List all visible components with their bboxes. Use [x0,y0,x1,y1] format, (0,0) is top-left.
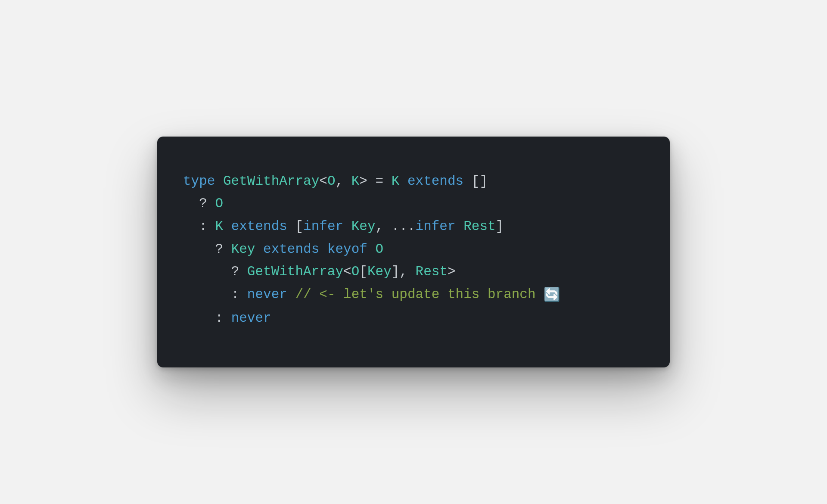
code-token: extends [407,174,463,189]
code-token [255,242,263,257]
code-token: Key [231,242,255,257]
code-token: keyof [327,242,367,257]
code-line: : never // <- let's update this branch 🔄 [183,287,560,302]
code-line: : never [183,311,271,326]
code-snippet-card: type GetWithArray<O, K> = K extends [] ?… [157,137,670,368]
code-token: ? [215,242,231,257]
code-token: [] [463,174,488,189]
code-token: // <- let's update this branch [295,287,544,302]
code-token: GetWithArray [247,264,343,279]
code-token: infer [416,219,456,234]
code-token: ] [496,219,504,234]
code-token: > [448,264,456,279]
code-token: O [351,264,360,279]
code-line: : K extends [infer Key, ...infer Rest] [183,219,504,234]
code-line: ? Key extends keyof O [183,242,383,257]
code-token: O [327,174,336,189]
code-line: type GetWithArray<O, K> = K extends [] [183,174,488,189]
code-token: , [335,174,351,189]
code-token: extends [263,242,319,257]
page-stage: type GetWithArray<O, K> = K extends [] ?… [0,0,827,504]
code-token: O [376,242,384,257]
code-token: never [247,287,287,302]
code-token [319,242,327,257]
code-token [367,242,376,257]
code-token: infer [303,219,343,234]
code-token: Rest [463,219,495,234]
code-token: ? [231,264,247,279]
code-token: K [215,219,223,234]
code-token: K [392,174,400,189]
code-token: never [231,311,271,326]
code-token [399,174,407,189]
code-token: type [183,174,223,189]
code-token: Key [367,264,392,279]
code-token: : [199,219,215,234]
code-token: < [319,174,327,189]
code-token: Key [351,219,376,234]
code-token: Rest [416,264,448,279]
code-line: ? GetWithArray<O[Key], Rest> [183,264,456,279]
code-token: [ [359,264,367,279]
code-token [223,219,231,234]
code-block: type GetWithArray<O, K> = K extends [] ?… [183,170,644,330]
code-token: 🔄 [544,284,560,307]
code-token: K [351,174,360,189]
code-token [343,219,351,234]
code-token [287,287,295,302]
code-token: ? [199,196,215,211]
code-token: ], [392,264,416,279]
code-token: O [215,196,223,211]
code-line: ? O [183,196,223,211]
code-token: [ [287,219,303,234]
code-token: : [215,311,231,326]
code-token [456,219,464,234]
code-token: , ... [376,219,416,234]
code-token: extends [231,219,287,234]
code-token: < [343,264,351,279]
code-token: : [231,287,247,302]
code-token: GetWithArray [223,174,319,189]
code-token: > = [359,174,391,189]
